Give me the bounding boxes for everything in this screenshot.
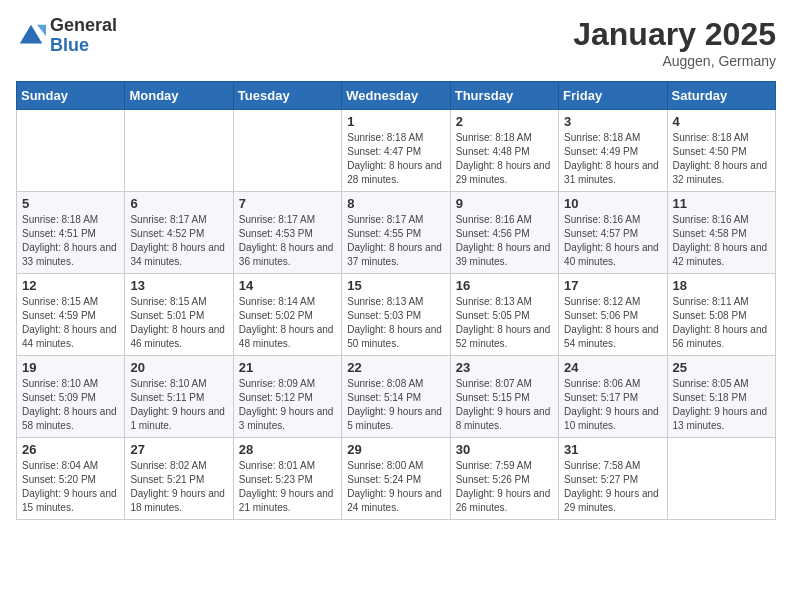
calendar-header-row: SundayMondayTuesdayWednesdayThursdayFrid… [17,82,776,110]
day-info: Sunrise: 8:08 AM Sunset: 5:14 PM Dayligh… [347,377,444,433]
calendar-cell: 22Sunrise: 8:08 AM Sunset: 5:14 PM Dayli… [342,356,450,438]
day-info: Sunrise: 8:15 AM Sunset: 4:59 PM Dayligh… [22,295,119,351]
calendar-week-row: 12Sunrise: 8:15 AM Sunset: 4:59 PM Dayli… [17,274,776,356]
day-number: 29 [347,442,444,457]
logo-general-text: General [50,16,117,36]
day-info: Sunrise: 8:00 AM Sunset: 5:24 PM Dayligh… [347,459,444,515]
calendar-cell: 11Sunrise: 8:16 AM Sunset: 4:58 PM Dayli… [667,192,775,274]
day-number: 30 [456,442,553,457]
day-number: 18 [673,278,770,293]
day-info: Sunrise: 8:18 AM Sunset: 4:48 PM Dayligh… [456,131,553,187]
calendar-cell: 20Sunrise: 8:10 AM Sunset: 5:11 PM Dayli… [125,356,233,438]
day-number: 12 [22,278,119,293]
logo-blue-text: Blue [50,36,117,56]
calendar-cell: 14Sunrise: 8:14 AM Sunset: 5:02 PM Dayli… [233,274,341,356]
calendar-cell: 12Sunrise: 8:15 AM Sunset: 4:59 PM Dayli… [17,274,125,356]
day-number: 14 [239,278,336,293]
day-info: Sunrise: 8:11 AM Sunset: 5:08 PM Dayligh… [673,295,770,351]
day-info: Sunrise: 8:15 AM Sunset: 5:01 PM Dayligh… [130,295,227,351]
calendar-cell: 21Sunrise: 8:09 AM Sunset: 5:12 PM Dayli… [233,356,341,438]
day-of-week-header: Monday [125,82,233,110]
svg-marker-1 [37,25,46,36]
page-header: General Blue January 2025 Auggen, German… [16,16,776,69]
calendar-cell: 19Sunrise: 8:10 AM Sunset: 5:09 PM Dayli… [17,356,125,438]
day-number: 25 [673,360,770,375]
day-number: 22 [347,360,444,375]
day-number: 9 [456,196,553,211]
day-info: Sunrise: 8:12 AM Sunset: 5:06 PM Dayligh… [564,295,661,351]
day-info: Sunrise: 8:10 AM Sunset: 5:11 PM Dayligh… [130,377,227,433]
day-info: Sunrise: 8:17 AM Sunset: 4:55 PM Dayligh… [347,213,444,269]
day-info: Sunrise: 8:02 AM Sunset: 5:21 PM Dayligh… [130,459,227,515]
day-number: 21 [239,360,336,375]
calendar-cell: 4Sunrise: 8:18 AM Sunset: 4:50 PM Daylig… [667,110,775,192]
day-number: 20 [130,360,227,375]
day-number: 8 [347,196,444,211]
calendar-cell: 7Sunrise: 8:17 AM Sunset: 4:53 PM Daylig… [233,192,341,274]
day-number: 6 [130,196,227,211]
day-info: Sunrise: 7:58 AM Sunset: 5:27 PM Dayligh… [564,459,661,515]
logo: General Blue [16,16,117,56]
calendar-cell: 15Sunrise: 8:13 AM Sunset: 5:03 PM Dayli… [342,274,450,356]
day-of-week-header: Friday [559,82,667,110]
calendar-cell: 26Sunrise: 8:04 AM Sunset: 5:20 PM Dayli… [17,438,125,520]
location-text: Auggen, Germany [573,53,776,69]
day-number: 24 [564,360,661,375]
day-info: Sunrise: 8:09 AM Sunset: 5:12 PM Dayligh… [239,377,336,433]
calendar-cell [233,110,341,192]
calendar-cell: 30Sunrise: 7:59 AM Sunset: 5:26 PM Dayli… [450,438,558,520]
calendar-cell: 9Sunrise: 8:16 AM Sunset: 4:56 PM Daylig… [450,192,558,274]
day-number: 10 [564,196,661,211]
calendar-cell: 6Sunrise: 8:17 AM Sunset: 4:52 PM Daylig… [125,192,233,274]
day-info: Sunrise: 8:17 AM Sunset: 4:52 PM Dayligh… [130,213,227,269]
calendar-week-row: 19Sunrise: 8:10 AM Sunset: 5:09 PM Dayli… [17,356,776,438]
calendar-week-row: 1Sunrise: 8:18 AM Sunset: 4:47 PM Daylig… [17,110,776,192]
day-number: 13 [130,278,227,293]
calendar-cell: 1Sunrise: 8:18 AM Sunset: 4:47 PM Daylig… [342,110,450,192]
day-number: 19 [22,360,119,375]
day-info: Sunrise: 8:16 AM Sunset: 4:57 PM Dayligh… [564,213,661,269]
day-info: Sunrise: 8:13 AM Sunset: 5:03 PM Dayligh… [347,295,444,351]
calendar-cell: 24Sunrise: 8:06 AM Sunset: 5:17 PM Dayli… [559,356,667,438]
month-title: January 2025 [573,16,776,53]
day-info: Sunrise: 8:07 AM Sunset: 5:15 PM Dayligh… [456,377,553,433]
day-info: Sunrise: 7:59 AM Sunset: 5:26 PM Dayligh… [456,459,553,515]
calendar-cell: 17Sunrise: 8:12 AM Sunset: 5:06 PM Dayli… [559,274,667,356]
day-info: Sunrise: 8:16 AM Sunset: 4:56 PM Dayligh… [456,213,553,269]
day-info: Sunrise: 8:05 AM Sunset: 5:18 PM Dayligh… [673,377,770,433]
day-number: 17 [564,278,661,293]
calendar-cell [17,110,125,192]
calendar-cell: 23Sunrise: 8:07 AM Sunset: 5:15 PM Dayli… [450,356,558,438]
calendar-cell: 2Sunrise: 8:18 AM Sunset: 4:48 PM Daylig… [450,110,558,192]
calendar-cell: 5Sunrise: 8:18 AM Sunset: 4:51 PM Daylig… [17,192,125,274]
logo-icon [16,21,46,51]
calendar-cell: 25Sunrise: 8:05 AM Sunset: 5:18 PM Dayli… [667,356,775,438]
day-number: 2 [456,114,553,129]
day-info: Sunrise: 8:18 AM Sunset: 4:47 PM Dayligh… [347,131,444,187]
calendar-cell: 29Sunrise: 8:00 AM Sunset: 5:24 PM Dayli… [342,438,450,520]
calendar-week-row: 5Sunrise: 8:18 AM Sunset: 4:51 PM Daylig… [17,192,776,274]
day-of-week-header: Wednesday [342,82,450,110]
day-of-week-header: Tuesday [233,82,341,110]
day-number: 27 [130,442,227,457]
day-info: Sunrise: 8:10 AM Sunset: 5:09 PM Dayligh… [22,377,119,433]
day-number: 16 [456,278,553,293]
day-number: 26 [22,442,119,457]
day-number: 7 [239,196,336,211]
calendar-cell: 18Sunrise: 8:11 AM Sunset: 5:08 PM Dayli… [667,274,775,356]
day-info: Sunrise: 8:13 AM Sunset: 5:05 PM Dayligh… [456,295,553,351]
day-number: 4 [673,114,770,129]
day-info: Sunrise: 8:18 AM Sunset: 4:51 PM Dayligh… [22,213,119,269]
calendar-week-row: 26Sunrise: 8:04 AM Sunset: 5:20 PM Dayli… [17,438,776,520]
day-info: Sunrise: 8:14 AM Sunset: 5:02 PM Dayligh… [239,295,336,351]
day-info: Sunrise: 8:18 AM Sunset: 4:49 PM Dayligh… [564,131,661,187]
calendar-cell: 27Sunrise: 8:02 AM Sunset: 5:21 PM Dayli… [125,438,233,520]
calendar-cell: 13Sunrise: 8:15 AM Sunset: 5:01 PM Dayli… [125,274,233,356]
calendar-table: SundayMondayTuesdayWednesdayThursdayFrid… [16,81,776,520]
calendar-cell: 28Sunrise: 8:01 AM Sunset: 5:23 PM Dayli… [233,438,341,520]
day-info: Sunrise: 8:04 AM Sunset: 5:20 PM Dayligh… [22,459,119,515]
day-info: Sunrise: 8:17 AM Sunset: 4:53 PM Dayligh… [239,213,336,269]
title-block: January 2025 Auggen, Germany [573,16,776,69]
day-number: 11 [673,196,770,211]
svg-marker-0 [20,25,43,44]
